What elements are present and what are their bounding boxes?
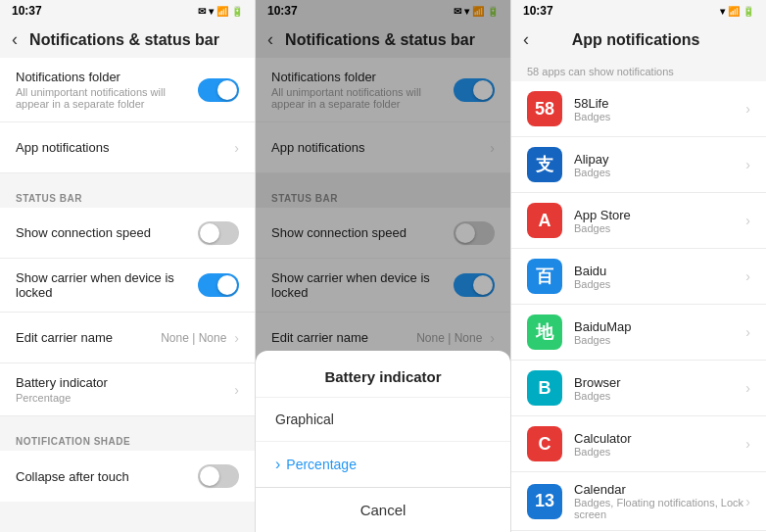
list-item[interactable]: 百 Baidu Badges › (511, 249, 766, 305)
header-right: ‹ App notifications (511, 22, 766, 58)
collapse-touch-title: Collapse after touch (16, 469, 198, 484)
list-item[interactable]: 58 58Life Badges › (511, 81, 766, 137)
gap-1 (0, 173, 255, 181)
back-button-left[interactable]: ‹ (12, 29, 18, 50)
app-name: Calculator (574, 431, 745, 446)
battery-indicator-modal: Battery indicator Graphical Percentage C… (256, 351, 510, 532)
panel-right: 10:37 ▾ 📶 🔋 ‹ App notifications 58 apps … (511, 0, 766, 532)
battery-indicator-subtitle: Percentage (16, 392, 226, 404)
app-icon: 百 (527, 259, 562, 294)
app-chevron: › (745, 157, 750, 172)
signal-icon: 📶 (216, 6, 228, 17)
app-info: Baidu Badges (574, 264, 745, 290)
app-icon: 58 (527, 91, 562, 126)
battery-indicator-content: Battery indicator Percentage (16, 375, 226, 404)
app-info: Calendar Badges, Floating notifications,… (574, 482, 745, 520)
modal-cancel-button[interactable]: Cancel (256, 487, 510, 532)
battery-icon: 🔋 (231, 6, 243, 17)
app-chevron: › (745, 268, 750, 284)
modal-option-percentage[interactable]: Percentage (256, 441, 510, 487)
app-chevron: › (745, 380, 750, 396)
app-badges: Badges (574, 390, 745, 402)
app-notifications-chevron: › (234, 140, 239, 156)
status-icons-right: ▾ 📶 🔋 (720, 6, 754, 17)
status-bar-right: 10:37 ▾ 📶 🔋 (511, 0, 766, 22)
page-title-right: App notifications (537, 31, 735, 49)
notifications-folder-item[interactable]: Notifications folder All unimportant not… (0, 58, 255, 122)
panel-middle: 10:37 ✉ ▾ 📶 🔋 ‹ Notifications & status b… (256, 0, 510, 532)
app-icon: 地 (527, 314, 562, 350)
list-item[interactable]: B Browser Badges › (511, 361, 766, 416)
back-button-right[interactable]: ‹ (523, 29, 529, 50)
app-notifications-list: 58 apps can show notifications 58 58Life… (511, 58, 766, 532)
app-icon: A (527, 203, 562, 238)
app-name: Browser (574, 375, 745, 390)
app-badges: Badges (574, 446, 745, 458)
panel-left: 10:37 ✉ ▾ 📶 🔋 ‹ Notifications & status b… (0, 0, 255, 532)
modal-overlay: Battery indicator Graphical Percentage C… (256, 0, 510, 532)
show-connection-content: Show connection speed (16, 225, 198, 240)
app-icon: 13 (527, 484, 562, 519)
app-notifications-item[interactable]: App notifications › (0, 122, 255, 173)
app-count: 58 apps can show notifications (511, 58, 766, 81)
settings-list-left: Notifications folder All unimportant not… (0, 58, 255, 532)
app-badges: Badges (574, 334, 745, 346)
app-items-container: 58 58Life Badges › 支 Alipay Badges › A A… (511, 81, 766, 532)
battery-indicator-chevron: › (234, 382, 239, 398)
app-badges: Badges (574, 111, 745, 122)
signal-icon-right: 📶 (728, 6, 740, 17)
app-chevron: › (745, 213, 750, 228)
app-icon: 支 (527, 147, 562, 182)
list-item[interactable]: 地 BaiduMap Badges › (511, 305, 766, 361)
app-badges: Badges, Floating notifications, Lock scr… (574, 497, 745, 520)
app-notifications-content: App notifications (16, 140, 226, 155)
time-left: 10:37 (12, 4, 42, 18)
show-carrier-toggle[interactable] (198, 273, 239, 297)
battery-indicator-title: Battery indicator (16, 375, 226, 390)
wifi-icon: ▾ (209, 6, 214, 17)
notifications-folder-toggle[interactable] (198, 78, 239, 102)
app-badges: Badges (574, 167, 745, 178)
modal-option-graphical[interactable]: Graphical (256, 397, 510, 441)
battery-icon-right: 🔋 (742, 6, 754, 17)
list-item[interactable]: 支 Alipay Badges › (511, 137, 766, 193)
collapse-touch-item[interactable]: Collapse after touch (0, 451, 255, 502)
edit-carrier-value: None | None (161, 331, 226, 345)
app-info: App Store Badges (574, 208, 745, 234)
list-item[interactable]: A App Store Badges › (511, 193, 766, 249)
app-info: Browser Badges (574, 375, 745, 402)
app-name: App Store (574, 208, 745, 222)
app-name: Calendar (574, 482, 745, 497)
show-connection-item[interactable]: Show connection speed (0, 208, 255, 259)
app-icon: B (527, 370, 562, 406)
notifications-folder-title: Notifications folder (16, 70, 198, 84)
list-item[interactable]: C Calculator Badges › (511, 416, 766, 472)
app-chevron: › (745, 494, 750, 509)
battery-indicator-item[interactable]: Battery indicator Percentage › (0, 363, 255, 416)
status-icons-left: ✉ ▾ 📶 🔋 (198, 6, 243, 17)
collapse-touch-content: Collapse after touch (16, 469, 198, 484)
app-badges: Badges (574, 222, 745, 234)
show-connection-title: Show connection speed (16, 225, 198, 240)
app-info: Calculator Badges (574, 431, 745, 458)
app-info: BaiduMap Badges (574, 319, 745, 346)
app-name: 58Life (574, 96, 745, 111)
show-connection-toggle[interactable] (198, 221, 239, 245)
list-item[interactable]: 13 Calendar Badges, Floating notificatio… (511, 472, 766, 531)
gap-2 (0, 416, 255, 424)
app-chevron: › (745, 324, 750, 340)
show-carrier-item[interactable]: Show carrier when device is locked (0, 259, 255, 313)
app-notifications-title: App notifications (16, 140, 226, 155)
edit-carrier-item[interactable]: Edit carrier name None | None › (0, 313, 255, 363)
modal-title: Battery indicator (256, 351, 510, 397)
collapse-touch-toggle[interactable] (198, 464, 239, 488)
edit-carrier-title: Edit carrier name (16, 330, 161, 345)
app-chevron: › (745, 101, 750, 117)
message-icon: ✉ (198, 6, 206, 17)
edit-carrier-content: Edit carrier name (16, 330, 161, 345)
section-shade-left: NOTIFICATION SHADE (0, 424, 255, 451)
notifications-folder-subtitle: All unimportant notifications will appea… (16, 86, 198, 110)
app-name: BaiduMap (574, 319, 745, 334)
section-status-bar-left: STATUS BAR (0, 181, 255, 208)
status-bar-left: 10:37 ✉ ▾ 📶 🔋 (0, 0, 255, 22)
